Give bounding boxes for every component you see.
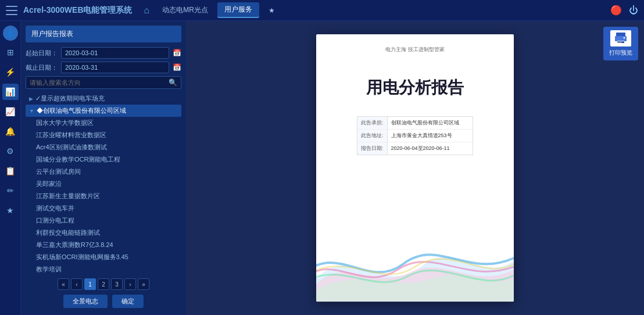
tree-item-14[interactable]: 教学培训: [26, 263, 181, 275]
tree-item-0[interactable]: ▶ ✓显示超效期间电车场充: [26, 92, 181, 105]
tree-item-4[interactable]: Acr4区别测试油漆数测试: [26, 141, 181, 153]
power-icon[interactable]: ⏻: [629, 5, 638, 16]
sidebar-icon-trend[interactable]: 📈: [2, 103, 19, 120]
tree-item-5[interactable]: 国城分业教学OCR测能电工程: [26, 153, 181, 166]
doc-info-table: 此告承担: 创联油电气股份有限公司区域 此告地址: 上海市黄金大真情道253号 …: [357, 116, 473, 155]
tree-arrow-1: ▼: [29, 108, 34, 114]
page-prev[interactable]: ‹: [71, 278, 83, 290]
page-first[interactable]: «: [58, 278, 69, 290]
doc-info-value-2: 2020-06-04至2020-06-11: [388, 142, 473, 155]
doc-paper: 电力主海 技工进制型管家 用电分析报告 此告承担: 创联油电气股份有限公司区域 …: [316, 34, 514, 302]
doc-top-text: 电力主海 技工进制型管家: [328, 46, 502, 53]
tree-label-8: 江苏新生主量据数片区: [36, 192, 100, 201]
search-icon[interactable]: 🔍: [169, 78, 177, 87]
topbar-right: 🔴 ⏻: [610, 5, 638, 16]
sidebar-icon-edit[interactable]: ✏: [2, 182, 19, 199]
svg-rect-4: [617, 42, 622, 44]
sidebar-icon-tools[interactable]: ⚙: [2, 143, 19, 159]
doc-info-label-0: 此告承担:: [357, 117, 388, 129]
tree-item-11[interactable]: 利群投交电能链路测试: [26, 227, 181, 239]
sidebar-icon-list[interactable]: 📋: [2, 163, 19, 179]
tree-item-6[interactable]: 云平台测试房间: [26, 166, 181, 178]
tree-item-7[interactable]: 吴郎家沿: [26, 178, 181, 190]
pagination: « ‹ 1 2 3 › »: [26, 275, 181, 292]
print-icon: [614, 33, 628, 44]
select-all-button[interactable]: 全景电志: [63, 295, 108, 308]
doc-info-row-2: 报告日期: 2020-06-04至2020-06-11: [357, 142, 473, 155]
print-label: 打印预览: [609, 49, 632, 57]
menu-icon[interactable]: [6, 6, 17, 15]
tree-label-11: 利群投交电能链路测试: [36, 228, 100, 237]
tree-label-7: 吴郎家沿: [36, 180, 62, 188]
end-cal-icon[interactable]: 📅: [173, 63, 181, 71]
topbar-nav: 动态电MR光点 用户服务 ★: [155, 2, 610, 18]
page-next[interactable]: ›: [124, 278, 136, 290]
tree-label-4: Acr4区别测试油漆数测试: [36, 143, 107, 152]
tree-item-3[interactable]: 江苏业曜材料营业数据区: [26, 129, 181, 141]
page-2[interactable]: 2: [98, 278, 109, 290]
tree-label-12: 单三嘉大票测数R7亿3.8.24: [36, 241, 113, 249]
print-panel[interactable]: 打印预览: [603, 27, 638, 60]
end-date-input[interactable]: [61, 62, 169, 73]
tree-label-10: 口测分电工程: [36, 216, 74, 225]
sidebar-icon-star[interactable]: ★: [2, 202, 19, 219]
doc-info-row-1: 此告地址: 上海市黄金大真情道253号: [357, 130, 473, 142]
doc-info-label-2: 报告日期:: [357, 142, 388, 155]
sidebar-icon-bell[interactable]: 🔔: [2, 123, 19, 139]
svg-rect-3: [617, 41, 624, 42]
tree-item-2[interactable]: 国水大学大学数据区: [26, 117, 181, 129]
main-layout: 👤 ⊞ ⚡ 📊 📈 🔔 ⚙ 📋 ✏ ★ 用户报告报表 起始日期： 📅 截止日期：…: [0, 21, 644, 315]
tree-list: ▶ ✓显示超效期间电车场充 ▼ ◆创联油电气股份有限公司区域 国水大学大学数据区…: [26, 92, 181, 275]
sidebar-icon-chart[interactable]: 📊: [2, 84, 19, 100]
left-panel: 用户报告报表 起始日期： 📅 截止日期： 📅 🔍 ▶ ✓显示超效期间电车场充 ▼…: [21, 21, 186, 315]
nav-item-0[interactable]: 动态电MR光点: [155, 3, 215, 17]
doc-info-row-0: 此告承担: 创联油电气股份有限公司区域: [357, 117, 473, 130]
sidebar-icon-grid[interactable]: ⊞: [2, 44, 19, 60]
tree-item-8[interactable]: 江苏新生主量据数片区: [26, 190, 181, 202]
sidebar-icons: 👤 ⊞ ⚡ 📊 📈 🔔 ⚙ 📋 ✏ ★: [0, 21, 21, 315]
tree-label-6: 云平台测试房间: [36, 167, 81, 176]
sidebar-icon-lightning[interactable]: ⚡: [2, 64, 19, 80]
start-date-input[interactable]: [61, 47, 169, 59]
tree-item-10[interactable]: 口测分电工程: [26, 214, 181, 227]
wave-decoration: [316, 232, 514, 302]
tree-label-5: 国城分业教学OCR测能电工程: [36, 155, 120, 164]
home-icon[interactable]: ⌂: [144, 5, 150, 16]
page-3[interactable]: 3: [111, 278, 123, 290]
doc-info-value-0: 创联油电气股份有限公司区域: [388, 117, 473, 129]
start-cal-icon[interactable]: 📅: [173, 49, 181, 57]
search-input[interactable]: [30, 79, 169, 86]
doc-info-value-1: 上海市黄金大真情道253号: [388, 130, 473, 142]
doc-info-label-1: 此告地址:: [357, 130, 388, 142]
start-date-label: 起始日期：: [26, 49, 58, 58]
page-last[interactable]: »: [138, 278, 149, 290]
tree-label-3: 江苏业曜材料营业数据区: [36, 131, 106, 139]
nav-item-2[interactable]: ★: [262, 4, 282, 17]
tree-label-1: ◆创联油电气股份有限公司区域: [37, 106, 126, 115]
avatar[interactable]: 👤: [3, 26, 18, 41]
doc-main-title: 用电分析报告: [328, 77, 502, 99]
end-date-row: 截止日期： 📅: [26, 62, 181, 73]
tree-label-9: 测试交电车并: [36, 204, 74, 213]
confirm-button[interactable]: 确定: [112, 295, 144, 308]
tree-item-13[interactable]: 实机场新OCRI测能电网服务3.45: [26, 251, 181, 263]
topbar: Acrel-3000WEB电能管理系统 ⌂ 动态电MR光点 用户服务 ★ 🔴 ⏻: [0, 0, 644, 21]
tree-label-13: 实机场新OCRI测能电网服务3.45: [36, 253, 128, 262]
end-date-label: 截止日期：: [26, 63, 58, 72]
bottom-buttons: 全景电志 确定: [26, 292, 181, 310]
page-1[interactable]: 1: [84, 278, 96, 290]
tree-item-1[interactable]: ▼ ◆创联油电气股份有限公司区域: [26, 105, 181, 117]
print-icon-area: [610, 30, 631, 46]
doc-preview: 电力主海 技工进制型管家 用电分析报告 此告承担: 创联油电气股份有限公司区域 …: [186, 21, 644, 315]
right-content: 电力主海 技工进制型管家 用电分析报告 此告承担: 创联油电气股份有限公司区域 …: [186, 21, 644, 315]
alert-icon[interactable]: 🔴: [610, 5, 622, 16]
svg-rect-2: [615, 36, 627, 41]
tree-item-9[interactable]: 测试交电车并: [26, 202, 181, 214]
tree-item-12[interactable]: 单三嘉大票测数R7亿3.8.24: [26, 239, 181, 251]
tree-label-2: 国水大学大学数据区: [36, 119, 94, 127]
tree-label-0: ✓显示超效期间电车场充: [35, 94, 105, 103]
panel-header: 用户报告报表: [26, 26, 181, 42]
svg-point-5: [624, 37, 625, 39]
tree-label-14: 教学培训: [36, 265, 62, 274]
nav-item-1[interactable]: 用户服务: [217, 2, 259, 18]
